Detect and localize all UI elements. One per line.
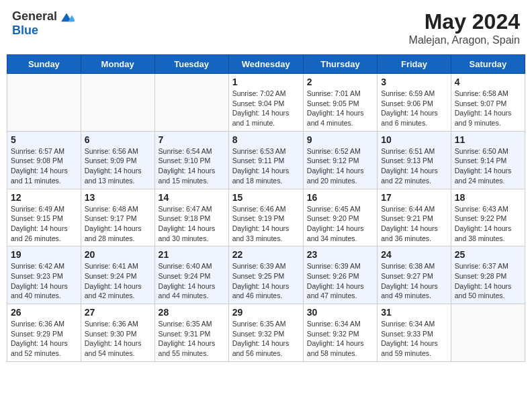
calendar-day-cell: 25Sunrise: 6:37 AM Sunset: 9:28 PM Dayli… [451, 246, 525, 304]
calendar-day-cell: 6Sunrise: 6:56 AM Sunset: 9:09 PM Daylig… [81, 131, 154, 189]
day-number: 10 [381, 134, 447, 145]
calendar-day-cell: 16Sunrise: 6:45 AM Sunset: 9:20 PM Dayli… [303, 189, 377, 246]
calendar-day-cell: 14Sunrise: 6:47 AM Sunset: 9:18 PM Dayli… [154, 189, 228, 246]
calendar-day-cell: 15Sunrise: 6:46 AM Sunset: 9:19 PM Dayli… [228, 189, 303, 246]
day-number: 31 [381, 307, 447, 318]
day-number: 26 [11, 307, 77, 318]
day-number: 23 [307, 249, 373, 260]
day-info: Sunrise: 6:56 AM Sunset: 9:09 PM Dayligh… [85, 146, 151, 186]
day-info: Sunrise: 6:52 AM Sunset: 9:12 PM Dayligh… [307, 146, 373, 186]
calendar-day-cell: 29Sunrise: 6:35 AM Sunset: 9:32 PM Dayli… [228, 304, 303, 362]
calendar-title: May 2024 [409, 9, 520, 34]
calendar-week-row: 19Sunrise: 6:42 AM Sunset: 9:23 PM Dayli… [7, 246, 525, 304]
calendar-table: SundayMondayTuesdayWednesdayThursdayFrid… [7, 54, 525, 362]
calendar-week-row: 12Sunrise: 6:49 AM Sunset: 9:15 PM Dayli… [7, 189, 525, 246]
calendar-day-cell: 2Sunrise: 7:01 AM Sunset: 9:05 PM Daylig… [303, 74, 377, 132]
calendar-day-cell: 17Sunrise: 6:44 AM Sunset: 9:21 PM Dayli… [378, 189, 451, 246]
day-info: Sunrise: 6:45 AM Sunset: 9:20 PM Dayligh… [307, 204, 373, 244]
calendar-week-row: 26Sunrise: 6:36 AM Sunset: 9:29 PM Dayli… [7, 304, 525, 362]
logo-blue-text: Blue [12, 24, 38, 38]
day-number: 7 [159, 134, 225, 145]
calendar-day-cell: 11Sunrise: 6:50 AM Sunset: 9:14 PM Dayli… [451, 131, 525, 189]
day-info: Sunrise: 6:39 AM Sunset: 9:26 PM Dayligh… [307, 261, 373, 301]
day-info: Sunrise: 6:38 AM Sunset: 9:27 PM Dayligh… [381, 261, 447, 301]
day-info: Sunrise: 6:44 AM Sunset: 9:21 PM Dayligh… [381, 204, 447, 244]
day-number: 15 [232, 192, 300, 203]
day-info: Sunrise: 6:51 AM Sunset: 9:13 PM Dayligh… [381, 146, 447, 186]
day-number: 3 [381, 77, 447, 87]
calendar-day-cell: 20Sunrise: 6:41 AM Sunset: 9:24 PM Dayli… [81, 246, 154, 304]
day-info: Sunrise: 6:54 AM Sunset: 9:10 PM Dayligh… [159, 146, 225, 186]
day-info: Sunrise: 6:47 AM Sunset: 9:18 PM Dayligh… [159, 204, 225, 244]
calendar-day-cell [154, 74, 228, 132]
day-info: Sunrise: 6:59 AM Sunset: 9:06 PM Dayligh… [381, 89, 447, 128]
day-info: Sunrise: 6:41 AM Sunset: 9:24 PM Dayligh… [85, 261, 151, 301]
day-info: Sunrise: 6:57 AM Sunset: 9:08 PM Dayligh… [11, 146, 77, 186]
day-number: 5 [11, 134, 77, 145]
day-info: Sunrise: 6:58 AM Sunset: 9:07 PM Dayligh… [455, 89, 521, 128]
day-number: 27 [85, 307, 151, 318]
calendar-day-cell: 9Sunrise: 6:52 AM Sunset: 9:12 PM Daylig… [303, 131, 377, 189]
day-number: 4 [455, 77, 521, 87]
calendar-day-cell [7, 74, 81, 132]
calendar-day-cell: 26Sunrise: 6:36 AM Sunset: 9:29 PM Dayli… [7, 304, 81, 362]
day-info: Sunrise: 6:50 AM Sunset: 9:14 PM Dayligh… [455, 146, 521, 186]
calendar-day-cell: 7Sunrise: 6:54 AM Sunset: 9:10 PM Daylig… [154, 131, 228, 189]
day-info: Sunrise: 6:48 AM Sunset: 9:17 PM Dayligh… [85, 204, 151, 244]
day-number: 11 [455, 134, 521, 145]
day-info: Sunrise: 6:40 AM Sunset: 9:24 PM Dayligh… [159, 261, 225, 301]
calendar-day-cell: 1Sunrise: 7:02 AM Sunset: 9:04 PM Daylig… [228, 74, 303, 132]
day-number: 9 [307, 134, 373, 145]
calendar-day-cell: 27Sunrise: 6:36 AM Sunset: 9:30 PM Dayli… [81, 304, 154, 362]
logo: General Blue [12, 9, 75, 38]
day-info: Sunrise: 6:37 AM Sunset: 9:28 PM Dayligh… [455, 261, 521, 301]
day-of-week-header: Saturday [451, 55, 525, 74]
calendar-day-cell: 23Sunrise: 6:39 AM Sunset: 9:26 PM Dayli… [303, 246, 377, 304]
calendar-day-cell: 31Sunrise: 6:34 AM Sunset: 9:33 PM Dayli… [378, 304, 451, 362]
day-number: 18 [455, 192, 521, 203]
day-number: 13 [85, 192, 151, 203]
day-info: Sunrise: 6:53 AM Sunset: 9:11 PM Dayligh… [232, 146, 300, 186]
calendar-day-cell [81, 74, 154, 132]
title-area: May 2024 Malejan, Aragon, Spain [409, 9, 520, 46]
day-number: 1 [232, 77, 300, 87]
day-info: Sunrise: 6:35 AM Sunset: 9:32 PM Dayligh… [232, 319, 300, 359]
day-of-week-header: Wednesday [228, 55, 303, 74]
calendar-day-cell: 21Sunrise: 6:40 AM Sunset: 9:24 PM Dayli… [154, 246, 228, 304]
calendar-day-cell: 3Sunrise: 6:59 AM Sunset: 9:06 PM Daylig… [378, 74, 451, 132]
day-info: Sunrise: 6:39 AM Sunset: 9:25 PM Dayligh… [232, 261, 300, 301]
day-number: 2 [307, 77, 373, 87]
calendar-day-cell: 24Sunrise: 6:38 AM Sunset: 9:27 PM Dayli… [378, 246, 451, 304]
day-number: 22 [232, 249, 300, 260]
day-info: Sunrise: 6:43 AM Sunset: 9:22 PM Dayligh… [455, 204, 521, 244]
day-number: 25 [455, 249, 521, 260]
calendar-header-row: SundayMondayTuesdayWednesdayThursdayFrid… [7, 55, 525, 74]
day-info: Sunrise: 6:36 AM Sunset: 9:30 PM Dayligh… [85, 319, 151, 359]
day-number: 20 [85, 249, 151, 260]
day-info: Sunrise: 7:02 AM Sunset: 9:04 PM Dayligh… [232, 89, 300, 128]
day-info: Sunrise: 6:46 AM Sunset: 9:19 PM Dayligh… [232, 204, 300, 244]
calendar-day-cell [451, 304, 525, 362]
day-info: Sunrise: 6:49 AM Sunset: 9:15 PM Dayligh… [11, 204, 77, 244]
day-info: Sunrise: 7:01 AM Sunset: 9:05 PM Dayligh… [307, 89, 373, 128]
day-number: 17 [381, 192, 447, 203]
calendar-day-cell: 30Sunrise: 6:34 AM Sunset: 9:32 PM Dayli… [303, 304, 377, 362]
day-number: 16 [307, 192, 373, 203]
day-info: Sunrise: 6:42 AM Sunset: 9:23 PM Dayligh… [11, 261, 77, 301]
day-number: 29 [232, 307, 300, 318]
day-number: 30 [307, 307, 373, 318]
calendar-day-cell: 18Sunrise: 6:43 AM Sunset: 9:22 PM Dayli… [451, 189, 525, 246]
day-number: 24 [381, 249, 447, 260]
calendar-day-cell: 13Sunrise: 6:48 AM Sunset: 9:17 PM Dayli… [81, 189, 154, 246]
day-info: Sunrise: 6:34 AM Sunset: 9:32 PM Dayligh… [307, 319, 373, 359]
day-info: Sunrise: 6:36 AM Sunset: 9:29 PM Dayligh… [11, 319, 77, 359]
calendar-day-cell: 10Sunrise: 6:51 AM Sunset: 9:13 PM Dayli… [378, 131, 451, 189]
day-of-week-header: Friday [378, 55, 451, 74]
logo-general-text: General [12, 9, 57, 24]
day-number: 8 [232, 134, 300, 145]
day-of-week-header: Thursday [303, 55, 377, 74]
day-of-week-header: Sunday [7, 55, 81, 74]
logo-icon [58, 10, 75, 24]
header: General Blue May 2024 Malejan, Aragon, S… [7, 7, 525, 49]
day-number: 28 [159, 307, 225, 318]
